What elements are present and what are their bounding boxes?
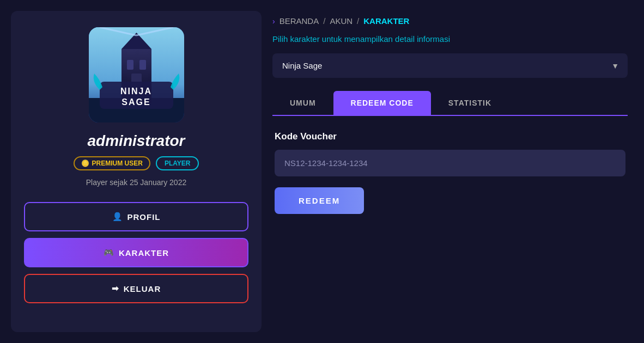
badge-premium: 🪙 PREMIUM USER [74,156,150,170]
tab-umum[interactable]: UMUM [272,91,333,115]
profil-button[interactable]: 👤 PROFIL [24,202,248,231]
username: administrator [88,132,185,150]
voucher-input[interactable] [275,150,625,176]
character-select[interactable]: Ninja Sage [272,53,628,78]
keluar-button[interactable]: ➡ KELUAR [24,274,248,303]
badges: 🪙 PREMIUM USER PLAYER [74,156,199,170]
user-icon: 👤 [112,212,123,222]
avatar-image: NINJA SAGE [89,27,184,122]
tabs: UMUM REDEEM CODE STATISTIK [272,91,628,116]
page-wrapper: NINJA SAGE administrator 🪙 PREMIUM USER … [0,0,644,343]
tab-statistik[interactable]: STATISTIK [431,91,509,115]
karakter-button[interactable]: 🎮 KARAKTER [24,238,248,267]
breadcrumb-karakter[interactable]: KARAKTER [363,16,409,26]
redeem-button[interactable]: REDEEM [275,187,364,214]
badge-player: PLAYER [156,156,199,170]
voucher-input-wrapper[interactable] [275,150,625,176]
character-select-wrapper[interactable]: Ninja Sage ▼ [272,53,628,78]
svg-rect-4 [127,60,133,70]
breadcrumb-sep-2: / [357,16,359,26]
svg-text:NINJA: NINJA [120,87,151,96]
player-since: Player sejak 25 January 2022 [86,178,186,187]
breadcrumb-arrow: › [272,17,275,26]
breadcrumb-sep-1: / [323,16,325,26]
voucher-label: Kode Voucher [275,131,625,142]
tab-redeem-code[interactable]: REDEEM CODE [333,91,431,115]
redeem-section: Kode Voucher REDEEM [272,131,628,214]
breadcrumb-akun[interactable]: AKUN [330,16,353,26]
main-content: › BERANDA / AKUN / KARAKTER Pilih karakt… [272,11,633,332]
sidebar: NINJA SAGE administrator 🪙 PREMIUM USER … [11,11,262,332]
exit-icon: ➡ [112,284,119,293]
breadcrumb: › BERANDA / AKUN / KARAKTER [272,16,628,26]
character-icon: 🎮 [104,248,114,258]
sidebar-buttons: 👤 PROFIL 🎮 KARAKTER ➡ KELUAR [24,202,248,303]
page-subtitle: Pilih karakter untuk menampilkan detail … [272,34,628,44]
svg-text:SAGE: SAGE [121,97,150,107]
avatar: NINJA SAGE [89,27,184,122]
svg-rect-5 [139,60,146,70]
breadcrumb-beranda[interactable]: BERANDA [280,16,319,26]
coin-icon: 🪙 [81,160,89,167]
